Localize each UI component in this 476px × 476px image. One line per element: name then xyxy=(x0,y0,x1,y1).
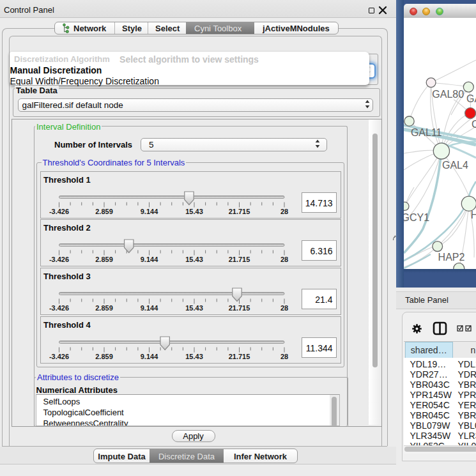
svg-text:28: 28 xyxy=(280,304,288,312)
svg-text:28: 28 xyxy=(280,352,288,360)
svg-text:15.43: 15.43 xyxy=(185,207,203,215)
svg-text:28: 28 xyxy=(280,256,288,263)
svg-text:9.144: 9.144 xyxy=(140,352,158,360)
svg-text:GAL11: GAL11 xyxy=(411,127,442,137)
svg-text:HA: HA xyxy=(471,209,476,220)
svg-text:GA: GA xyxy=(466,93,476,104)
svg-text:28: 28 xyxy=(280,207,288,215)
svg-text:21.715: 21.715 xyxy=(228,256,250,263)
svg-text:15.43: 15.43 xyxy=(185,352,203,360)
svg-text:GCY1: GCY1 xyxy=(404,211,429,222)
svg-text:9.144: 9.144 xyxy=(140,256,158,263)
svg-text:2.859: 2.859 xyxy=(95,304,113,312)
svg-text:15.43: 15.43 xyxy=(185,304,203,312)
svg-text:GAL80: GAL80 xyxy=(432,88,464,99)
svg-text:21.715: 21.715 xyxy=(228,304,250,312)
svg-text:-3.426: -3.426 xyxy=(49,304,68,312)
svg-text:2.859: 2.859 xyxy=(95,352,113,360)
svg-text:9.144: 9.144 xyxy=(140,304,158,312)
svg-text:21.715: 21.715 xyxy=(228,352,250,360)
svg-text:-3.426: -3.426 xyxy=(49,207,68,215)
svg-text:2.859: 2.859 xyxy=(95,256,113,263)
svg-text:-3.426: -3.426 xyxy=(49,256,68,263)
svg-text:21.715: 21.715 xyxy=(228,207,250,215)
svg-text:9.144: 9.144 xyxy=(140,207,158,215)
svg-text:-3.426: -3.426 xyxy=(49,352,68,360)
svg-text:2.859: 2.859 xyxy=(95,207,113,215)
svg-text:15.43: 15.43 xyxy=(185,256,203,263)
svg-text:GAL4: GAL4 xyxy=(442,160,468,171)
svg-text:HAP2: HAP2 xyxy=(438,252,465,263)
svg-text:CA: CA xyxy=(472,118,476,129)
